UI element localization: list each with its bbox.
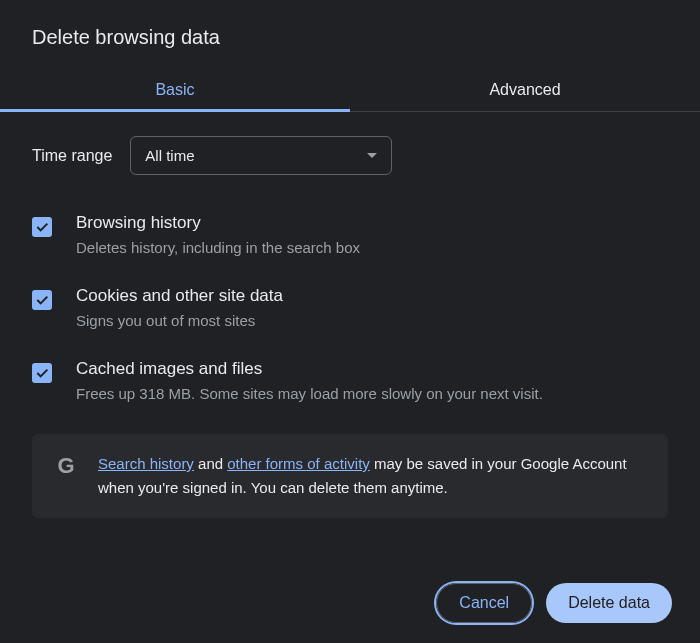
time-range-label: Time range [32,147,112,165]
checkbox-cache[interactable] [32,363,52,383]
option-title: Cookies and other site data [76,286,668,306]
chevron-down-icon [367,153,377,158]
option-cache: Cached images and files Frees up 318 MB.… [32,345,668,418]
tab-basic[interactable]: Basic [0,67,350,111]
other-activity-link[interactable]: other forms of activity [227,455,370,472]
option-text: Browsing history Deletes history, includ… [76,213,668,258]
checkbox-cookies[interactable] [32,290,52,310]
option-cookies: Cookies and other site data Signs you ou… [32,272,668,345]
delete-data-button[interactable]: Delete data [546,583,672,623]
tab-advanced[interactable]: Advanced [350,67,700,111]
time-range-row: Time range All time [0,112,700,193]
tabs: Basic Advanced [0,67,700,112]
info-text: Search history and other forms of activi… [98,452,646,500]
option-desc: Deletes history, including in the search… [76,237,668,258]
option-text: Cookies and other site data Signs you ou… [76,286,668,331]
delete-browsing-data-dialog: Delete browsing data Basic Advanced Time… [0,0,700,643]
option-browsing-history: Browsing history Deletes history, includ… [32,199,668,272]
dialog-title: Delete browsing data [0,0,700,67]
option-title: Cached images and files [76,359,668,379]
cancel-button[interactable]: Cancel [436,583,532,623]
option-desc: Frees up 318 MB. Some sites may load mor… [76,383,668,404]
checkbox-browsing-history[interactable] [32,217,52,237]
google-info-box: G Search history and other forms of acti… [32,434,668,518]
time-range-value: All time [145,147,194,164]
dialog-actions: Cancel Delete data [436,583,672,623]
google-icon: G [54,454,78,478]
option-title: Browsing history [76,213,668,233]
option-desc: Signs you out of most sites [76,310,668,331]
check-icon [34,292,50,308]
search-history-link[interactable]: Search history [98,455,194,472]
option-text: Cached images and files Frees up 318 MB.… [76,359,668,404]
check-icon [34,219,50,235]
time-range-select[interactable]: All time [130,136,392,175]
options-list: Browsing history Deletes history, includ… [0,193,700,418]
check-icon [34,365,50,381]
